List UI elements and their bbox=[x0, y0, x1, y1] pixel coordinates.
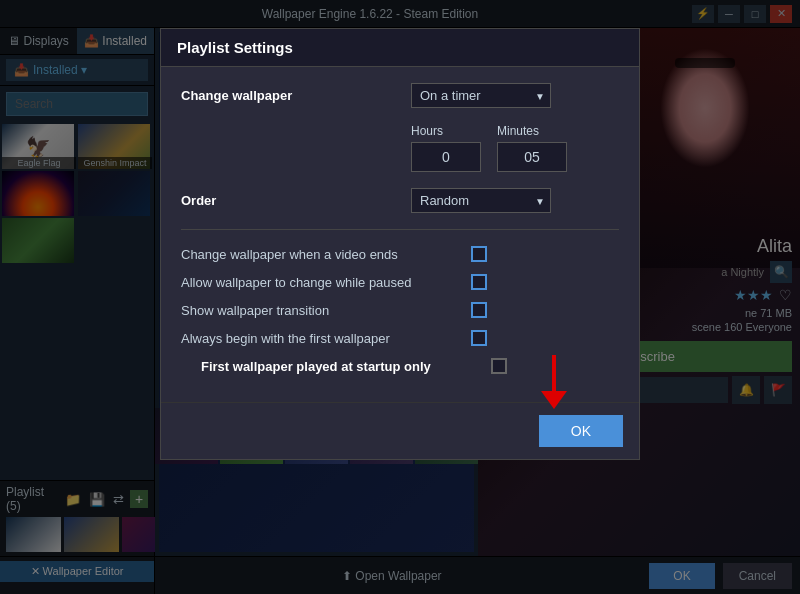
dialog-title: Playlist Settings bbox=[177, 39, 293, 56]
checkbox-transition-label: Show wallpaper transition bbox=[181, 303, 471, 318]
dialog-overlay: Playlist Settings Change wallpaper On a … bbox=[0, 0, 800, 594]
dialog-header: Playlist Settings bbox=[161, 29, 639, 67]
dialog-body: Change wallpaper On a timer On display w… bbox=[161, 67, 639, 402]
checkbox-first-wallpaper-label: Always begin with the first wallpaper bbox=[181, 331, 471, 346]
checkbox-transition[interactable] bbox=[471, 302, 487, 318]
hours-col: Hours bbox=[411, 124, 481, 172]
dialog-ok-button[interactable]: OK bbox=[539, 415, 623, 447]
checkbox-first-wallpaper[interactable] bbox=[471, 330, 487, 346]
dialog-ok-label: OK bbox=[571, 423, 591, 439]
change-wallpaper-select[interactable]: On a timer On display wake On login Neve… bbox=[411, 83, 551, 108]
checkbox-first-wallpaper-row: Always begin with the first wallpaper bbox=[181, 330, 619, 346]
order-select[interactable]: Random In order Reverse order bbox=[411, 188, 551, 213]
checkbox-transition-row: Show wallpaper transition bbox=[181, 302, 619, 318]
checkbox-paused-label: Allow wallpaper to change while paused bbox=[181, 275, 471, 290]
hours-input[interactable] bbox=[411, 142, 481, 172]
checkbox-startup-only-label: First wallpaper played at startup only bbox=[201, 359, 491, 374]
dialog-separator bbox=[181, 229, 619, 230]
playlist-settings-dialog: Playlist Settings Change wallpaper On a … bbox=[160, 28, 640, 460]
order-select-wrapper: Random In order Reverse order ▼ bbox=[411, 188, 551, 213]
checkbox-startup-only[interactable] bbox=[491, 358, 507, 374]
order-row: Order Random In order Reverse order ▼ bbox=[181, 188, 619, 213]
checkbox-paused[interactable] bbox=[471, 274, 487, 290]
hours-label: Hours bbox=[411, 124, 481, 138]
time-row: Hours Minutes bbox=[411, 124, 619, 172]
checkbox-startup-only-row: First wallpaper played at startup only bbox=[181, 358, 619, 374]
minutes-label: Minutes bbox=[497, 124, 567, 138]
change-wallpaper-row: Change wallpaper On a timer On display w… bbox=[181, 83, 619, 108]
checkbox-paused-row: Allow wallpaper to change while paused bbox=[181, 274, 619, 290]
minutes-input[interactable] bbox=[497, 142, 567, 172]
checkbox-video-ends[interactable] bbox=[471, 246, 487, 262]
checkbox-video-ends-label: Change wallpaper when a video ends bbox=[181, 247, 471, 262]
dialog-footer: OK bbox=[161, 402, 639, 459]
checkbox-video-ends-row: Change wallpaper when a video ends bbox=[181, 246, 619, 262]
minutes-col: Minutes bbox=[497, 124, 567, 172]
change-wallpaper-select-wrapper: On a timer On display wake On login Neve… bbox=[411, 83, 551, 108]
change-wallpaper-label: Change wallpaper bbox=[181, 88, 411, 103]
order-label: Order bbox=[181, 193, 411, 208]
